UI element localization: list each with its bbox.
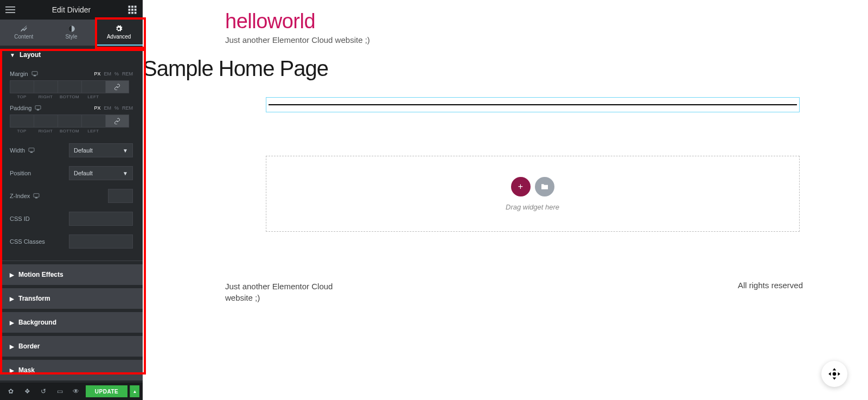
navigator-icon[interactable]: ❖ <box>20 385 35 398</box>
svg-point-29 <box>833 372 837 376</box>
margin-link-icon[interactable] <box>105 80 129 93</box>
footer-left-text: Just another Elementor Cloud website ;) <box>225 281 339 303</box>
margin-units[interactable]: PXEM%REM <box>94 71 133 77</box>
chevron-down-icon: ▼ <box>123 170 128 176</box>
svg-rect-11 <box>135 12 137 14</box>
divider-line <box>269 104 797 105</box>
section-background[interactable]: ▶Background <box>0 312 143 333</box>
desktop-icon[interactable] <box>28 148 35 153</box>
history-icon[interactable]: ↺ <box>36 385 51 398</box>
padding-top-input[interactable] <box>10 115 34 128</box>
margin-left-input[interactable] <box>81 80 105 93</box>
tab-advanced[interactable]: Advanced <box>95 20 143 46</box>
position-select[interactable]: Default▼ <box>69 166 133 180</box>
desktop-icon[interactable] <box>35 105 41 111</box>
tab-style-label: Style <box>65 34 77 40</box>
caret-right-icon: ▶ <box>10 367 14 373</box>
cssid-label: CSS ID <box>10 215 30 222</box>
drop-section[interactable]: + Drag widget here <box>266 156 800 232</box>
caret-down-icon: ▼ <box>10 52 15 58</box>
margin-right-input[interactable] <box>34 80 58 93</box>
drop-widget-text: Drag widget here <box>506 203 559 211</box>
svg-rect-0 <box>5 7 15 8</box>
padding-link-icon[interactable] <box>105 115 129 128</box>
svg-rect-15 <box>35 106 41 109</box>
add-section-button[interactable]: + <box>511 177 531 196</box>
tab-advanced-label: Advanced <box>107 34 131 40</box>
desktop-icon[interactable] <box>31 71 38 77</box>
svg-rect-13 <box>32 72 37 75</box>
padding-right-input[interactable] <box>34 115 58 128</box>
width-select[interactable]: Default▼ <box>69 143 133 157</box>
tab-content-label: Content <box>14 34 33 40</box>
caret-right-icon: ▶ <box>10 272 14 278</box>
margin-top-input[interactable] <box>10 80 34 93</box>
responsive-icon[interactable]: ▭ <box>52 385 67 398</box>
chevron-down-icon: ▼ <box>123 148 128 154</box>
margin-inputs <box>10 80 133 93</box>
svg-rect-18 <box>30 152 33 153</box>
tab-content[interactable]: Content <box>0 20 48 46</box>
tab-style[interactable]: Style <box>48 20 95 46</box>
svg-rect-17 <box>29 148 34 151</box>
panel-tabs: Content Style Advanced <box>0 20 143 46</box>
svg-rect-6 <box>129 9 131 11</box>
cssid-input[interactable] <box>69 212 143 225</box>
site-subtitle: Just another Elementor Cloud website ;) <box>225 35 868 45</box>
panel-title: Edit Divider <box>15 5 127 14</box>
caret-right-icon: ▶ <box>10 344 14 350</box>
page-footer: Just another Elementor Cloud website ;) … <box>143 281 868 303</box>
svg-rect-19 <box>34 194 39 197</box>
margin-label: Margin <box>10 71 28 77</box>
section-layout-head[interactable]: ▼ Layout <box>0 46 143 64</box>
svg-rect-3 <box>129 6 131 8</box>
section-transform[interactable]: ▶Transform <box>0 288 143 309</box>
section-border[interactable]: ▶Border <box>0 336 143 357</box>
svg-rect-14 <box>33 75 35 76</box>
width-label: Width <box>10 147 25 154</box>
update-button[interactable]: UPDATE <box>86 385 127 397</box>
sidebar-header: Edit Divider <box>0 0 143 20</box>
preview-canvas: helloworld Just another Elementor Cloud … <box>143 0 868 400</box>
svg-rect-5 <box>135 6 137 8</box>
padding-label: Padding <box>10 105 31 111</box>
padding-left-input[interactable] <box>81 115 105 128</box>
cssid-input-wrap <box>69 212 133 226</box>
caret-right-icon: ▶ <box>10 296 14 302</box>
navigator-fab[interactable] <box>821 361 847 387</box>
zindex-input[interactable] <box>108 189 133 203</box>
section-layout: ▼ Layout Margin PXEM%REM <box>0 46 143 261</box>
widgets-grid-icon[interactable] <box>127 5 137 15</box>
cssclasses-label: CSS Classes <box>10 238 45 245</box>
position-label: Position <box>10 170 31 176</box>
footer-right-text: All rights reserved <box>738 281 803 303</box>
svg-rect-8 <box>135 9 137 11</box>
site-title: helloworld <box>225 10 868 33</box>
editor-sidebar: Edit Divider Content Style Advanced ▼ La… <box>0 0 143 400</box>
sidebar-footer: ✿ ❖ ↺ ▭ 👁 UPDATE ▲ <box>0 383 143 400</box>
svg-rect-1 <box>5 9 15 10</box>
cssclasses-input-wrap <box>69 234 133 249</box>
menu-icon[interactable] <box>5 5 15 15</box>
desktop-icon[interactable] <box>33 193 40 199</box>
margin-bottom-input[interactable] <box>58 80 81 93</box>
svg-rect-20 <box>35 198 37 198</box>
padding-units[interactable]: PXEM%REM <box>94 105 133 111</box>
svg-rect-7 <box>131 9 133 11</box>
cssclasses-input[interactable] <box>69 235 143 248</box>
settings-icon[interactable]: ✿ <box>3 385 18 398</box>
svg-rect-10 <box>131 12 133 14</box>
update-options-icon[interactable]: ▲ <box>130 385 139 397</box>
section-mask[interactable]: ▶Mask <box>0 360 143 380</box>
panel-body: ▼ Layout Margin PXEM%REM <box>0 46 143 383</box>
divider-widget[interactable] <box>266 97 800 112</box>
svg-rect-2 <box>5 12 15 14</box>
svg-rect-9 <box>129 12 131 14</box>
svg-rect-4 <box>131 6 133 8</box>
caret-right-icon: ▶ <box>10 320 14 326</box>
section-motion-effects[interactable]: ▶Motion Effects <box>0 264 143 285</box>
preview-icon[interactable]: 👁 <box>68 385 84 398</box>
template-folder-button[interactable] <box>535 177 554 196</box>
svg-rect-16 <box>37 110 39 110</box>
padding-bottom-input[interactable] <box>58 115 81 128</box>
